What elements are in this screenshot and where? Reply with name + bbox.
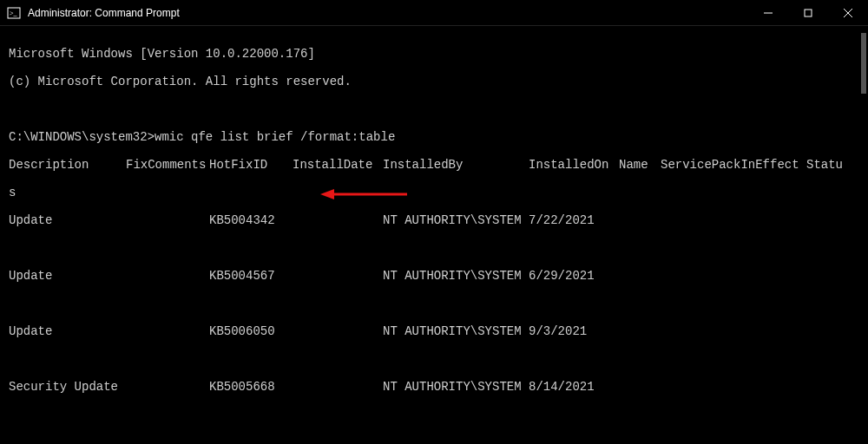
command-text: wmic qfe list brief /format:table [155,130,395,144]
minimize-button[interactable] [748,0,788,25]
header-installdate: InstallDate [293,158,383,172]
version-line: Microsoft Windows [Version 10.0.22000.17… [9,47,859,61]
table-row: UpdateKB5004567NT AUTHORITY\SYSTEM6/29/2… [9,269,859,283]
prompt-path: C:\WINDOWS\system32> [9,130,155,144]
titlebar-left: >_ Administrator: Command Prompt [0,6,180,20]
table-row: UpdateKB5006050NT AUTHORITY\SYSTEM9/3/20… [9,324,859,338]
table-header: DescriptionFixCommentsHotFixIDInstallDat… [9,158,859,172]
copyright-line: (c) Microsoft Corporation. All rights re… [9,75,859,88]
table-row: Security UpdateKB5005668NT AUTHORITY\SYS… [9,380,859,394]
window-title: Administrator: Command Prompt [28,7,180,19]
scrollbar-thumb[interactable] [861,33,866,94]
table-row: UpdateKB5004342NT AUTHORITY\SYSTEM7/22/2… [9,213,859,227]
close-button[interactable] [828,0,868,25]
header-servicepack: ServicePackInEffect [661,158,806,172]
header-fixcomments: FixComments [126,158,209,172]
window-titlebar: >_ Administrator: Command Prompt [0,0,868,26]
header-status-wrap: s [9,186,859,199]
header-installedon: InstalledOn [529,158,619,172]
svg-text:>_: >_ [10,10,18,17]
header-hotfixid: HotFixID [209,158,293,172]
header-status: Statu [806,158,843,172]
maximize-button[interactable] [788,0,828,25]
command-line: C:\WINDOWS\system32>wmic qfe list brief … [9,130,859,144]
header-installedby: InstalledBy [383,158,529,172]
header-description: Description [9,158,126,172]
terminal-output[interactable]: Microsoft Windows [Version 10.0.22000.17… [0,26,868,444]
cmd-icon: >_ [7,6,21,20]
header-name: Name [619,158,661,172]
svg-rect-3 [805,10,812,16]
window-controls [748,0,868,25]
